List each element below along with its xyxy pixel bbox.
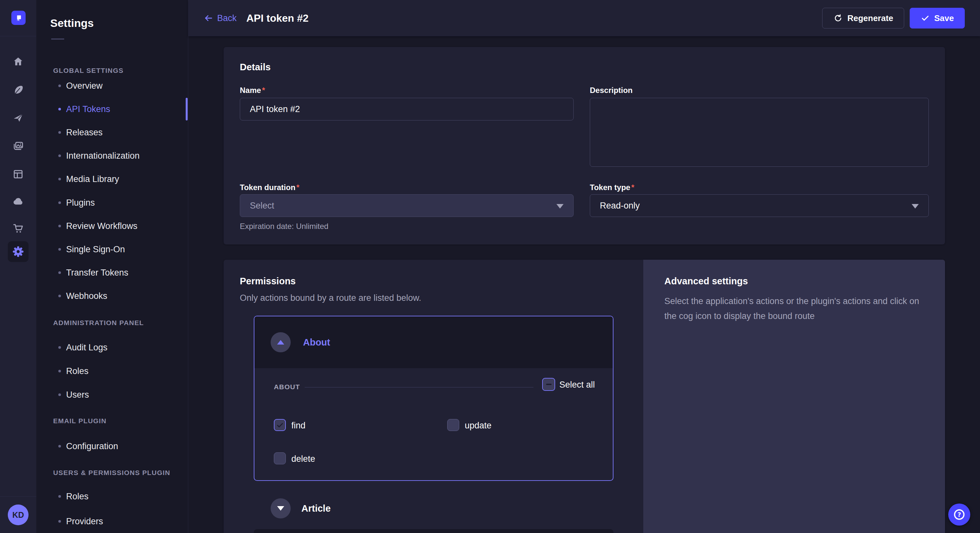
header-actions: Regenerate Save [822, 8, 965, 29]
advanced-settings-title: Advanced settings [664, 276, 748, 287]
sidebar-item-label: Users [66, 390, 89, 400]
sidebar-item-single-sign-on[interactable]: Single Sign-On [36, 238, 186, 261]
sidebar-item-label: Audit Logs [66, 343, 108, 353]
sidebar-item-label: Review Workflows [66, 221, 137, 231]
article-accordion-title[interactable]: Article [301, 503, 331, 514]
about-section-tag: ABOUT [274, 383, 300, 391]
sidebar-item-providers[interactable]: Providers [36, 510, 186, 533]
article-expand-button[interactable] [270, 498, 291, 519]
cloud-icon[interactable] [0, 191, 36, 212]
bullet-icon [58, 495, 61, 498]
sidebar-item-overview[interactable]: Overview [36, 74, 186, 97]
update-label: update [465, 420, 492, 431]
delete-checkbox[interactable] [274, 452, 286, 464]
about-accordion-header[interactable]: About [255, 316, 613, 368]
media-library-icon[interactable] [0, 136, 36, 156]
home-icon[interactable] [0, 51, 36, 72]
token-type-select[interactable]: Read-only [590, 194, 929, 217]
sidebar-item-media-library[interactable]: Media Library [36, 167, 186, 191]
sidebar-item-review-workflows[interactable]: Review Workflows [36, 214, 186, 238]
back-label: Back [217, 13, 237, 23]
sidebar-item-label: Media Library [66, 174, 119, 184]
strapi-logo-glyph [14, 14, 23, 22]
advanced-settings-description: Select the application's actions or the … [664, 294, 920, 324]
permissions-title: Permissions [240, 276, 296, 287]
required-mark: * [262, 86, 265, 95]
find-label: find [291, 420, 305, 431]
bullet-icon [58, 108, 61, 110]
bullet-icon [58, 295, 61, 297]
about-section-row: ABOUT Select all [255, 368, 613, 407]
content-type-builder-icon[interactable] [0, 79, 36, 100]
sidebar-section-header: ADMINISTRATION PANEL [53, 319, 176, 327]
bullet-icon [58, 520, 61, 523]
description-textarea[interactable] [590, 98, 929, 167]
update-checkbox[interactable] [447, 419, 459, 431]
sidebar-item-internationalization[interactable]: Internationalization [36, 144, 186, 167]
help-button[interactable]: ? [948, 503, 970, 525]
sidebar-item-roles[interactable]: Roles [36, 485, 186, 508]
sidebar-item-label: Configuration [66, 441, 118, 451]
description-label: Description [590, 86, 633, 95]
sidebar-item-transfer-tokens[interactable]: Transfer Tokens [36, 261, 186, 284]
permissions-card: Permissions Only actions bound by a rout… [224, 260, 945, 533]
rail-bottom-divider [0, 497, 36, 497]
bullet-icon [58, 178, 61, 180]
name-input[interactable] [240, 98, 574, 121]
avatar[interactable]: KD [8, 504, 29, 525]
check-mark [276, 421, 284, 429]
about-accordion-title: About [303, 316, 330, 368]
about-accordion: About ABOUT Select all find update [254, 316, 614, 481]
chevron-down-icon [912, 204, 919, 209]
regenerate-button[interactable]: Regenerate [822, 8, 904, 29]
expiration-hint: Expiration date: Unlimited [240, 222, 328, 231]
sidebar-item-plugins[interactable]: Plugins [36, 191, 186, 214]
back-link[interactable]: Back [204, 0, 237, 36]
sidebar-item-api-tokens[interactable]: API Tokens [36, 97, 186, 121]
save-button[interactable]: Save [910, 8, 965, 29]
bullet-icon [58, 225, 61, 227]
avatar-initials: KD [12, 510, 24, 520]
token-duration-select[interactable]: Select [240, 194, 574, 217]
bullet-icon [58, 271, 61, 274]
strapi-logo[interactable] [11, 11, 25, 25]
sidebar-section-header: USERS & PERMISSIONS PLUGIN [53, 469, 176, 477]
select-all-checkbox[interactable] [542, 378, 555, 391]
find-checkbox[interactable] [274, 419, 286, 431]
sidebar-item-label: API Tokens [66, 104, 110, 114]
sidebar-item-webhooks[interactable]: Webhooks [36, 284, 186, 308]
bullet-icon [58, 201, 61, 204]
sidebar-item-label: Overview [66, 81, 103, 91]
arrow-left-icon [204, 13, 213, 23]
collapse-toggle-button[interactable] [270, 332, 291, 352]
chevron-down-icon [557, 204, 563, 209]
token-type-label: Token type* [590, 183, 634, 192]
marketplace-icon[interactable] [0, 218, 36, 239]
delete-label: delete [291, 454, 315, 464]
sidebar-item-audit-logs[interactable]: Audit Logs [36, 336, 186, 359]
sidebar-item-label: Providers [66, 517, 103, 527]
svg-text:?: ? [957, 511, 961, 519]
regenerate-label: Regenerate [848, 13, 894, 23]
section-divider [305, 387, 533, 388]
bullet-icon [58, 131, 61, 134]
sidebar-item-users[interactable]: Users [36, 383, 186, 406]
sidebar-item-configuration[interactable]: Configuration [36, 435, 186, 458]
bullet-icon [58, 370, 61, 373]
token-type-value: Read-only [600, 201, 640, 211]
sidebar-section-header: GLOBAL SETTINGS [53, 67, 176, 75]
sidebar-item-roles[interactable]: Roles [36, 359, 186, 383]
content-manager-icon[interactable] [0, 164, 36, 185]
select-all-label: Select all [559, 380, 595, 390]
chevron-down-icon [277, 506, 284, 511]
sidebar-item-releases[interactable]: Releases [36, 121, 186, 144]
token-duration-label: Token duration* [240, 183, 299, 192]
deploy-icon[interactable] [0, 108, 36, 128]
bullet-icon [58, 346, 61, 349]
next-accordion-peek[interactable] [254, 529, 614, 533]
app-screen: KD Settings GLOBAL SETTINGSOverviewAPI T… [0, 0, 980, 533]
sidebar-item-label: Releases [66, 128, 103, 138]
settings-icon-active[interactable] [8, 241, 29, 262]
advanced-settings-panel: Advanced settings Select the application… [643, 260, 945, 533]
bullet-icon [58, 248, 61, 251]
